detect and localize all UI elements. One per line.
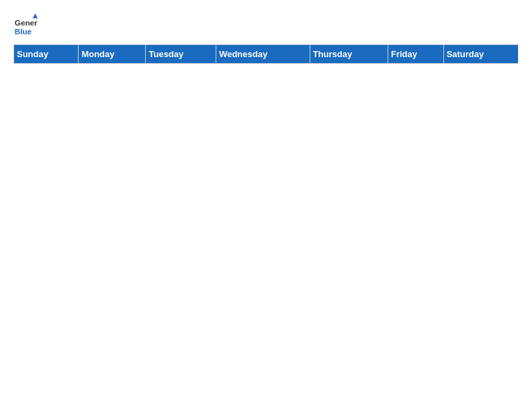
day-header-tuesday: Tuesday — [146, 45, 216, 64]
svg-marker-2 — [33, 13, 38, 18]
day-header-saturday: Saturday — [443, 45, 518, 64]
day-header-sunday: Sunday — [14, 45, 79, 64]
calendar-table: SundayMondayTuesdayWednesdayThursdayFrid… — [13, 44, 519, 64]
header: General Blue — [13, 13, 519, 38]
day-header-monday: Monday — [79, 45, 146, 64]
svg-text:Blue: Blue — [15, 27, 32, 36]
svg-text:General: General — [15, 18, 38, 27]
day-header-friday: Friday — [388, 45, 443, 64]
logo: General Blue — [13, 13, 38, 38]
day-header-thursday: Thursday — [310, 45, 388, 64]
day-header-wednesday: Wednesday — [216, 45, 310, 64]
calendar-header-row: SundayMondayTuesdayWednesdayThursdayFrid… — [14, 45, 519, 64]
logo-icon: General Blue — [13, 13, 38, 38]
